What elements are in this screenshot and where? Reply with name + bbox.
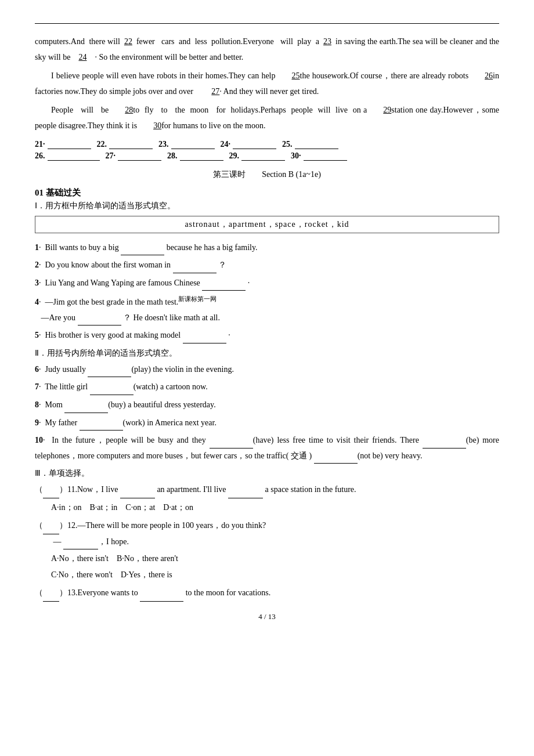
top-line — [35, 23, 499, 24]
exercise-item-10: 10· In the future，people will be busy an… — [35, 433, 499, 464]
answer-25: 25. — [282, 140, 338, 149]
answer-28: 28. — [167, 151, 223, 161]
answer-row-1: 21· 22. 23. 24· 25. — [35, 140, 499, 149]
answer-grid: 21· 22. 23. 24· 25. 26. 27· 28. — [35, 140, 499, 161]
blank-30: 30 — [137, 118, 161, 134]
answer-row-2: 26. 27· 28. 29. 30· — [35, 151, 499, 161]
answer-27: 27· — [106, 151, 162, 161]
lesson-label: 第三课时 — [213, 170, 246, 179]
exercise-item-9: 9· My father (work) in America next year… — [35, 415, 499, 431]
part-iii-instruction: Ⅲ．单项选择。 — [35, 468, 499, 479]
section-01-title: 01 基础过关 — [35, 187, 499, 198]
word-box-content: astronaut，apartment，space，rocket，kid — [185, 219, 349, 230]
exercise-item-2: 2· Do you know about the first woman in … — [35, 258, 499, 273]
page-number: 4 / 13 — [35, 612, 499, 621]
answer-21: 21· — [35, 140, 91, 149]
mc-item-13: （ ）13.Everyone wants to to the moon for … — [35, 585, 499, 602]
exercise-item-6: 6· Judy usually (play) the violin in the… — [35, 362, 499, 378]
blank-28: 28 — [109, 103, 133, 118]
exercise-item-4: 4· —Jim got the best grade in the math t… — [35, 293, 499, 325]
blank-22: 22 — [120, 34, 136, 50]
exercise-item-3: 3· Liu Yang and Wang Yaping are famous C… — [35, 276, 499, 291]
exercise-item-1: 1· Bill wants to buy a big because he ha… — [35, 240, 499, 256]
answer-26: 26. — [35, 151, 100, 161]
mc-choices-12b: C·No，there won't D·Yes，there is — [51, 567, 499, 583]
exercise-item-8: 8· Mom (buy) a beautiful dress yesterday… — [35, 397, 499, 413]
mc-item-11: （ ）11.Now，I live an apartment. I'll live… — [35, 482, 499, 498]
answer-29: 29. — [229, 151, 286, 161]
part-i-instruction: Ⅰ．用方框中所给单词的适当形式填空。 — [35, 201, 499, 211]
answer-22: 22. — [97, 140, 153, 149]
answer-30: 30· — [291, 151, 347, 161]
answer-23: 23. — [158, 140, 215, 149]
blank-23: 23 — [319, 34, 335, 50]
paragraph-2: I believe people will even have robots i… — [35, 68, 499, 99]
mc-item-12: （ ）12.—There will be more people in 100 … — [35, 518, 499, 549]
exercise-item-7: 7· The little girl (watch) a cartoon now… — [35, 379, 499, 395]
blank-27: 27 — [195, 84, 219, 100]
blank-26: 26 — [468, 68, 493, 84]
part-ii-instruction: Ⅱ．用括号内所给单词的适当形式填空。 — [35, 348, 499, 359]
mc-choices-12a: A·No，there isn't B·No，there aren't — [51, 551, 499, 567]
mc-choices-11: A·in；on B·at；in C·on；at D·at；on — [51, 500, 499, 516]
section-header: 第三课时 Section B (1a~1e) — [35, 167, 499, 183]
exercise-item-5: 5· His brother is very good at making mo… — [35, 328, 499, 343]
answer-24: 24· — [221, 140, 277, 149]
paragraph-1: computers.And there will22fewer cars and… — [35, 34, 499, 65]
paragraph-3: People will be28to fly to the moon for h… — [35, 103, 499, 133]
section-label: Section B (1a~1e) — [262, 170, 321, 179]
blank-25: 25 — [276, 68, 300, 84]
blank-29: 29 — [367, 103, 391, 118]
blank-24: 24 — [74, 50, 91, 66]
word-box: astronaut，apartment，space，rocket，kid — [35, 216, 499, 233]
